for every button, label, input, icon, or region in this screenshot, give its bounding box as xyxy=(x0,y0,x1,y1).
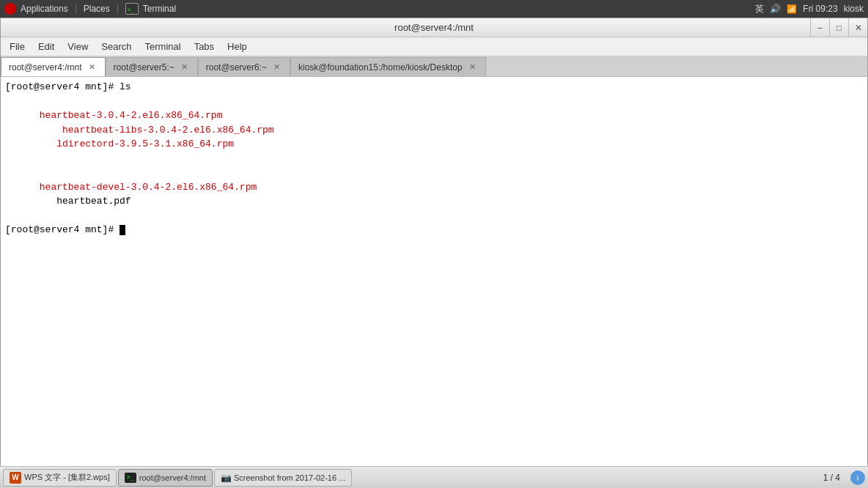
close-button[interactable]: ✕ xyxy=(848,18,867,37)
tab-label: root@server4:/mnt xyxy=(9,62,82,73)
taskbar-terminal[interactable]: >_ root@server4:/mnt xyxy=(118,469,213,487)
wps-icon: W xyxy=(10,472,21,484)
terminal-icon: >_ xyxy=(125,473,136,483)
window-controls: – □ ✕ xyxy=(810,18,867,37)
taskbar-screenshot-label: Screenshot from 2017-02-16 ... xyxy=(234,473,345,482)
tab-label: kiosk@foundation15:/home/kiosk/Desktop xyxy=(298,62,463,73)
user-label: kiosk xyxy=(844,4,864,14)
term-file-5: heartbeat.pdf xyxy=(40,196,131,207)
term-line-1: [root@server4 mnt]# ls xyxy=(5,80,863,95)
taskbar-wps-label: WPS 文字 - [集群2.wps] xyxy=(24,472,110,483)
network-icon: 📶 xyxy=(787,4,797,14)
clock: Fri 09:23 xyxy=(803,4,837,14)
term-file-1: heartbeat-3.0.4-2.el6.x86_64.rpm xyxy=(40,110,223,121)
term-file-2: heartbeat-libs-3.0.4-2.el6.x86_64.rpm xyxy=(40,125,274,136)
system-topbar: Applications Places >_ Terminal 英 🔊 📶 Fr… xyxy=(0,0,868,18)
screenshot-icon: 📷 xyxy=(221,473,231,483)
tab-close-server4[interactable]: ✕ xyxy=(87,62,98,73)
info-button[interactable]: i xyxy=(850,470,865,485)
tab-label: root@server5:~ xyxy=(114,62,174,73)
tab-close-server5[interactable]: ✕ xyxy=(179,62,190,73)
terminal-content[interactable]: [root@server4 mnt]# ls heartbeat-3.0.4-2… xyxy=(1,77,867,451)
minimize-button[interactable]: – xyxy=(810,18,829,37)
menu-terminal[interactable]: Terminal xyxy=(139,40,187,53)
tab-label: root@server6:~ xyxy=(206,62,267,73)
topbar-right: 英 🔊 📶 Fri 09:23 kiosk xyxy=(755,3,864,15)
term-line-2: heartbeat-3.0.4-2.el6.x86_64.rpm heartbe… xyxy=(5,95,863,166)
page-indicator: 1 / 4 xyxy=(819,473,845,483)
window-title: root@server4:/mnt xyxy=(394,22,474,33)
term-line-4: [root@server4 mnt]# xyxy=(5,223,863,237)
fedora-icon xyxy=(4,3,16,15)
taskbar-terminal-label: root@server4:/mnt xyxy=(139,473,206,482)
taskbar-screenshot[interactable]: 📷 Screenshot from 2017-02-16 ... xyxy=(214,469,352,487)
tab-foundation15[interactable]: kiosk@foundation15:/home/kiosk/Desktop ✕ xyxy=(290,57,486,76)
term-file-3: ldirectord-3.9.5-3.1.x86_64.rpm xyxy=(40,138,234,149)
taskbar-wps[interactable]: W WPS 文字 - [集群2.wps] xyxy=(3,469,117,487)
menu-file[interactable]: File xyxy=(4,40,31,53)
term-line-3: heartbeat-devel-3.0.4-2.el6.x86_64.rpm h… xyxy=(5,166,863,223)
menu-tabs[interactable]: Tabs xyxy=(188,40,220,53)
terminal-titlebar: root@server4:/mnt – □ ✕ xyxy=(1,18,867,37)
tabbar: root@server4:/mnt ✕ root@server5:~ ✕ roo… xyxy=(1,56,867,77)
maximize-button[interactable]: □ xyxy=(829,18,848,37)
terminal-menu[interactable]: Terminal xyxy=(143,4,176,14)
menubar: File Edit View Search Terminal Tabs Help xyxy=(1,37,867,56)
applications-menu[interactable]: Applications xyxy=(21,4,68,14)
places-menu[interactable]: Places xyxy=(84,4,110,14)
taskbar: W WPS 文字 - [集群2.wps] >_ root@server4:/mn… xyxy=(0,466,868,488)
menu-edit[interactable]: Edit xyxy=(32,40,60,53)
tab-server6[interactable]: root@server6:~ ✕ xyxy=(198,57,290,76)
topbar-left: Applications Places >_ Terminal xyxy=(4,3,176,15)
tab-server4[interactable]: root@server4:/mnt ✕ xyxy=(1,57,106,76)
taskbar-right: 1 / 4 i xyxy=(819,470,865,485)
menu-view[interactable]: View xyxy=(62,40,94,53)
tab-close-foundation15[interactable]: ✕ xyxy=(467,62,478,73)
separator xyxy=(76,4,76,14)
term-file-4: heartbeat-devel-3.0.4-2.el6.x86_64.rpm xyxy=(40,182,257,193)
volume-icon: 🔊 xyxy=(770,4,781,14)
tab-server5[interactable]: root@server5:~ ✕ xyxy=(106,57,198,76)
menu-help[interactable]: Help xyxy=(221,40,253,53)
tab-close-server6[interactable]: ✕ xyxy=(271,62,282,73)
terminal-cursor xyxy=(119,225,125,235)
lang-indicator: 英 xyxy=(755,3,764,15)
terminal-window: root@server4:/mnt – □ ✕ File Edit View S… xyxy=(0,18,868,470)
menu-search[interactable]: Search xyxy=(95,40,137,53)
separator2 xyxy=(117,4,118,14)
